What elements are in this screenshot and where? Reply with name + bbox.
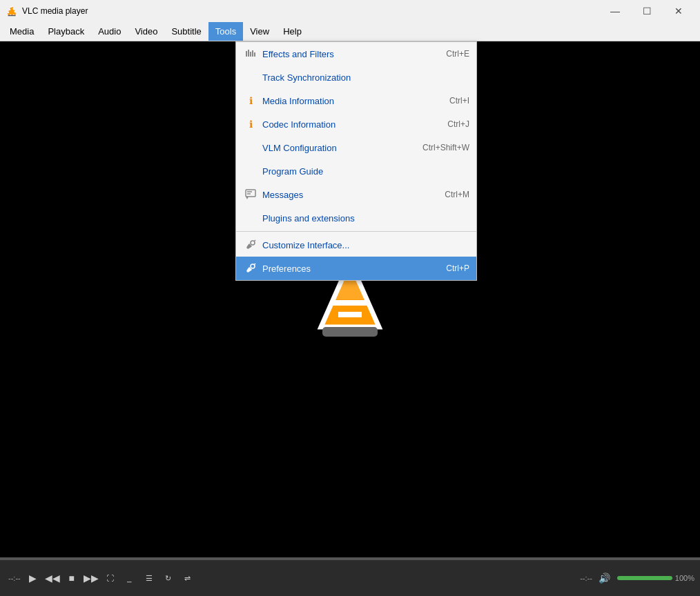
messages-label: Messages [262,190,445,200]
track-sync-label: Track Synchronization [262,72,469,83]
close-button[interactable]: ✕ [663,0,694,22]
window-controls: — ☐ ✕ [599,0,694,22]
menu-item-effects[interactable]: Effects and Filters Ctrl+E [236,42,476,66]
codec-info-shortcut: Ctrl+J [447,119,469,129]
svg-marker-17 [246,197,249,199]
menu-item-track-sync[interactable]: Track Synchronization [236,66,476,89]
loop-button[interactable]: ↻ [159,568,178,588]
menu-item-media-info[interactable]: ℹ Media Information Ctrl+I [236,89,476,112]
menu-bar: Media Playback Audio Video Subtitle Tool… [0,22,700,41]
menu-item-customize[interactable]: Customize Interface... [236,233,476,257]
volume-section: 🔊 100% [595,568,694,588]
bottom-bar: --:-- ▶ ◀◀ ■ ▶▶ ⛶ ⎯ ☰ ↻ ⇌ --:-- 🔊 100% [0,557,700,596]
customize-icon [243,237,258,252]
vlm-shortcut: Ctrl+Shift+W [422,143,469,152]
preferences-icon [243,261,258,276]
svg-rect-14 [246,190,255,197]
menu-tools[interactable]: Tools [208,22,243,41]
plugins-label: Plugins and extensions [262,213,469,223]
minimize-button[interactable]: — [599,0,631,22]
effects-shortcut: Ctrl+E [446,49,469,59]
random-button[interactable]: ⇌ [178,568,197,588]
svg-rect-12 [252,50,253,57]
time-remaining: --:-- [580,574,592,582]
window-title: VLC media player [22,6,599,16]
menu-view[interactable]: View [243,22,276,41]
next-button[interactable]: ▶▶ [81,568,101,588]
controls-row: --:-- ▶ ◀◀ ■ ▶▶ ⛶ ⎯ ☰ ↻ ⇌ --:-- 🔊 100% [0,560,700,596]
svg-point-18 [251,241,255,245]
progress-bar[interactable] [0,557,700,560]
messages-icon [243,187,258,202]
volume-fill [617,576,672,580]
info-icon-codec: ℹ [243,117,258,132]
preferences-shortcut: Ctrl+P [446,264,469,273]
effects-label: Effects and Filters [262,49,446,59]
svg-line-21 [255,264,256,265]
stop-button[interactable]: ■ [62,568,81,588]
title-bar: VLC media player — ☐ ✕ [0,0,700,22]
menu-separator [236,231,476,232]
extended-button[interactable]: ⎯ [120,568,139,588]
app-icon [6,5,18,17]
track-sync-icon [243,70,258,85]
svg-rect-10 [248,50,249,57]
svg-marker-0 [7,6,17,15]
menu-playback[interactable]: Playback [41,22,91,41]
media-info-label: Media Information [262,96,449,106]
program-guide-icon [243,163,258,179]
prev-button[interactable]: ◀◀ [43,568,62,588]
tools-dropdown: Effects and Filters Ctrl+E Track Synchro… [235,41,477,281]
menu-item-vlm[interactable]: VLM Configuration Ctrl+Shift+W [236,136,476,159]
vlm-label: VLM Configuration [262,143,422,153]
time-elapsed: --:-- [8,574,21,582]
codec-info-label: Codec Information [262,119,447,130]
program-guide-label: Program Guide [262,166,469,177]
info-icon-media: ℹ [243,93,258,108]
play-button[interactable]: ▶ [23,568,43,588]
preferences-label: Preferences [262,264,446,274]
playlist-button[interactable]: ☰ [139,568,159,588]
svg-point-20 [251,264,255,268]
vlm-icon [243,140,258,155]
menu-item-plugins[interactable]: Plugins and extensions [236,206,476,230]
menu-item-program-guide[interactable]: Program Guide [236,159,476,183]
media-info-shortcut: Ctrl+I [449,96,469,106]
restore-button[interactable]: ☐ [631,0,663,22]
fullscreen-button[interactable]: ⛶ [101,568,120,588]
menu-item-messages[interactable]: Messages Ctrl+M [236,183,476,206]
menu-audio[interactable]: Audio [91,22,128,41]
menu-subtitle[interactable]: Subtitle [164,22,208,41]
volume-pct: 100% [675,574,694,582]
volume-bar[interactable] [617,576,672,580]
svg-rect-2 [8,15,15,17]
svg-rect-8 [322,327,378,337]
equalizer-icon [243,46,258,61]
menu-item-preferences[interactable]: Preferences Ctrl+P [236,257,476,280]
menu-help[interactable]: Help [276,22,309,41]
menu-video[interactable]: Video [128,22,164,41]
messages-shortcut: Ctrl+M [445,190,469,199]
svg-rect-9 [246,51,247,57]
customize-label: Customize Interface... [262,240,469,250]
menu-item-codec-info[interactable]: ℹ Codec Information Ctrl+J [236,112,476,136]
mute-button[interactable]: 🔊 [595,568,614,588]
menu-media[interactable]: Media [3,22,41,41]
svg-line-19 [255,240,256,241]
plugins-icon [243,210,258,226]
svg-rect-13 [254,52,255,57]
svg-rect-11 [250,52,251,57]
